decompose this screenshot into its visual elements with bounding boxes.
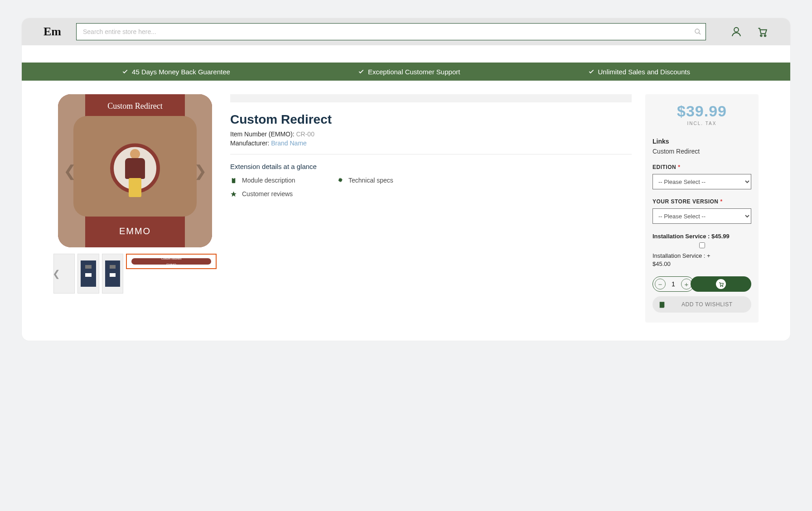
image-title-text: Custom Redirect — [58, 101, 212, 111]
check-icon — [588, 68, 594, 75]
glance-label: Customer reviews — [242, 190, 293, 198]
svg-line-1 — [699, 33, 701, 34]
edition-label: EDITION* — [652, 164, 751, 170]
store-version-label: YOUR STORE VERSION* — [652, 198, 751, 205]
benefit-text: Exceptional Customer Support — [368, 68, 460, 76]
search-box — [76, 23, 706, 40]
svg-rect-5 — [232, 178, 236, 183]
product-title: Custom Redirect — [230, 112, 632, 127]
manufacturer: Manufacturer: Brand Name — [230, 140, 632, 147]
tax-note: INCL. TAX — [652, 121, 751, 126]
qty-input[interactable] — [666, 280, 681, 288]
svg-marker-8 — [231, 191, 237, 197]
header-icons — [730, 26, 768, 38]
clipboard-icon — [230, 177, 237, 184]
glance-heading: Extension details at a glance — [230, 163, 632, 170]
site-logo: Em — [44, 25, 65, 39]
benefit-text: Unlimited Sales and Discounts — [598, 68, 690, 76]
gallery-column: Custom Redirect EMMO ❮ ❯ ❮ Custom Redire… — [53, 94, 217, 323]
glance-label: Technical specs — [348, 177, 393, 184]
account-icon[interactable] — [730, 26, 742, 38]
svg-rect-6 — [233, 177, 235, 178]
thumbnail[interactable] — [77, 254, 99, 294]
grey-bar — [230, 94, 632, 102]
wishlist-label: ADD TO WISHLIST — [682, 301, 732, 308]
svg-point-2 — [734, 28, 739, 32]
search-input[interactable] — [76, 23, 706, 40]
store-version-select[interactable]: -- Please Select -- — [652, 208, 751, 224]
search-icon[interactable] — [694, 28, 701, 35]
nav-spacer — [22, 45, 790, 63]
svg-point-9 — [720, 286, 721, 287]
installation-price-text: Installation Service : + $45.00 — [652, 252, 751, 268]
info-column: Custom Redirect Item Number (EMMO): CR-0… — [230, 94, 632, 323]
svg-point-10 — [722, 286, 723, 287]
glance-label: Module description — [242, 177, 295, 184]
check-icon — [122, 68, 128, 75]
svg-point-0 — [695, 29, 699, 33]
divider — [230, 154, 632, 154]
image-footer-text: EMMO — [58, 226, 212, 236]
qty-stepper: − + — [652, 276, 694, 292]
item-number: Item Number (EMMO): CR-00 — [230, 130, 632, 138]
edition-select[interactable]: -- Please Select -- — [652, 174, 751, 189]
svg-point-3 — [760, 35, 762, 36]
product-image-main: Custom Redirect EMMO ❮ ❯ — [58, 94, 212, 247]
wishlist-icon — [658, 300, 668, 309]
glance-module[interactable]: Module description — [230, 177, 323, 184]
app-window: Em 45 Days Money Back Guarentee Exceptio… — [22, 18, 790, 341]
check-icon — [358, 68, 364, 75]
glance-grid: Module description Technical specs Custo… — [230, 177, 430, 198]
purchase-box: $39.99 INCL. TAX Links Custom Redirect E… — [645, 94, 759, 323]
gallery-next-icon[interactable]: ❯ — [194, 162, 207, 180]
gear-icon — [337, 177, 344, 184]
header: Em — [22, 18, 790, 45]
thumbnail-selected[interactable]: Custom Redirect EMMO — [126, 254, 217, 269]
benefit-text: 45 Days Money Back Guarentee — [132, 68, 230, 76]
qty-minus-button[interactable]: − — [655, 279, 666, 289]
main-content: Custom Redirect EMMO ❮ ❯ ❮ Custom Redire… — [22, 81, 790, 341]
links-label: Links — [652, 138, 751, 145]
gallery-prev-icon[interactable]: ❮ — [63, 162, 76, 180]
thumbnail[interactable] — [102, 254, 123, 294]
glance-tech[interactable]: Technical specs — [337, 177, 430, 184]
thumb-prev-icon[interactable]: ❮ — [53, 268, 60, 279]
thumbnail-strip: ❮ Custom Redirect EMMO — [53, 254, 217, 294]
cart-icon — [716, 279, 726, 289]
benefit-item: Exceptional Customer Support — [358, 68, 460, 76]
installation-heading: Installation Service : $45.99 — [652, 233, 751, 240]
add-to-wishlist-button[interactable]: ADD TO WISHLIST — [652, 296, 751, 313]
benefit-item: Unlimited Sales and Discounts — [588, 68, 690, 76]
price: $39.99 — [652, 102, 751, 120]
svg-point-4 — [764, 35, 766, 36]
links-value[interactable]: Custom Redirect — [652, 148, 751, 155]
glance-reviews[interactable]: Customer reviews — [230, 190, 323, 198]
installation-checkbox[interactable] — [699, 242, 705, 248]
qty-cart-row: − + — [652, 276, 751, 292]
manufacturer-link[interactable]: Brand Name — [271, 140, 307, 147]
benefit-item: 45 Days Money Back Guarentee — [122, 68, 230, 76]
cart-icon[interactable] — [756, 26, 768, 38]
star-icon — [230, 191, 237, 198]
benefits-bar: 45 Days Money Back Guarentee Exceptional… — [22, 63, 790, 81]
add-to-cart-button[interactable] — [691, 276, 751, 292]
